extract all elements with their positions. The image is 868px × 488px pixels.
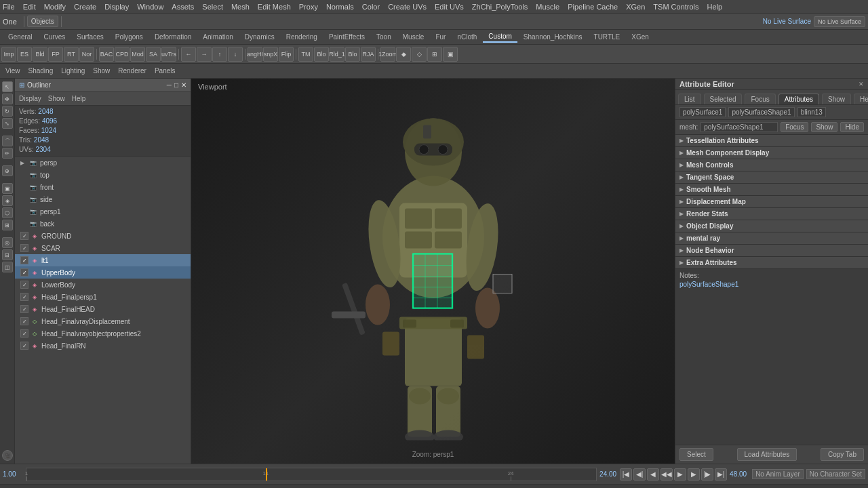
mode-polygons[interactable]: Polygons [110, 32, 149, 42]
section-header[interactable]: ▶ Tangent Space [675, 171, 868, 183]
attr-show-btn[interactable]: Show [811, 122, 837, 132]
tool-down[interactable]: ↓ [228, 47, 243, 62]
mode-surfaces[interactable]: Surfaces [71, 32, 108, 42]
outliner-close[interactable]: ✕ [181, 81, 186, 89]
tool-rld1[interactable]: Rld_1 [330, 47, 344, 62]
section-header[interactable]: ▶ Tessellation Attributes [675, 135, 868, 146]
mode-general[interactable]: General [3, 32, 38, 42]
section-header[interactable]: ▶ Mesh Controls [675, 159, 868, 171]
goto-end-btn[interactable]: ▶| [715, 468, 727, 481]
mode-custom[interactable]: Custom [483, 31, 517, 43]
tool-cpd[interactable]: CPD [115, 47, 130, 62]
menu-window[interactable]: Window [137, 3, 163, 11]
tool-right[interactable]: → [197, 47, 212, 62]
visibility-check[interactable]: ✓ [20, 329, 28, 338]
tool-extra3[interactable]: ⊞ [427, 47, 442, 62]
menu-pipeline[interactable]: Pipeline Cache [568, 3, 618, 11]
outliner-display-menu[interactable]: Display [19, 95, 41, 102]
mode-xgen[interactable]: XGen [626, 32, 654, 42]
menu-file[interactable]: File [3, 3, 15, 11]
outliner-item-lt1[interactable]: ✓ ◈ lt1 [15, 254, 191, 266]
play-btn[interactable]: ▶ [674, 468, 686, 481]
outliner-item-persp1[interactable]: 📷 persp1 [15, 205, 191, 218]
tool14[interactable]: ⊟ [2, 249, 13, 260]
goto-start-btn[interactable]: |◀ [620, 468, 632, 481]
prev-frame-btn[interactable]: ◀ [647, 468, 659, 481]
section-header[interactable]: ▶ Mesh Component Display [675, 147, 868, 159]
mode-ncloth[interactable]: nCloth [452, 32, 482, 42]
mode-muscle[interactable]: Muscle [397, 32, 430, 42]
menu-create[interactable]: Create [74, 3, 96, 11]
tool-extra2[interactable]: ◇ [412, 47, 427, 62]
outliner-item-side[interactable]: 📷 side [15, 193, 191, 205]
menu-normals[interactable]: Normals [326, 3, 354, 11]
copy-tab-button[interactable]: Copy Tab [821, 448, 864, 461]
attr-mesh-value[interactable]: polySurfaceShape1 [701, 122, 778, 132]
mode-shannon[interactable]: Shannon_Hochkins [518, 32, 588, 42]
outliner-item-ground[interactable]: ✓ ◈ GROUND [15, 230, 191, 242]
visibility-check[interactable]: ✓ [20, 342, 28, 350]
tool-up[interactable]: ↑ [212, 47, 227, 62]
tool11[interactable]: ⬡ [2, 207, 13, 218]
paint-tool[interactable]: ✏ [2, 148, 13, 159]
outliner-item-top[interactable]: 📷 top [15, 169, 191, 181]
menu-select[interactable]: Select [202, 3, 223, 11]
timeline-track[interactable]: 1 11 24 [26, 468, 597, 481]
mode-dynamics[interactable]: Dynamics [239, 32, 280, 42]
renderer-tab[interactable]: Renderer [115, 66, 149, 76]
visibility-check[interactable]: ✓ [20, 256, 28, 264]
outliner-item-lowerbody[interactable]: ✓ ◈ LowerBody [15, 279, 191, 291]
tool12[interactable]: ⊞ [2, 220, 13, 230]
move-tool[interactable]: ✥ [2, 94, 13, 104]
tool-uvtrs[interactable]: uvTrs [161, 47, 176, 62]
attr-tab-list[interactable]: List [678, 94, 701, 104]
section-header[interactable]: ▶ Displacement Map [675, 196, 868, 207]
menu-help[interactable]: Help [707, 3, 723, 11]
lasso-tool[interactable]: ⌒ [2, 136, 13, 146]
prev-key-btn[interactable]: ◀| [633, 468, 646, 481]
show-tab[interactable]: Show [90, 66, 113, 76]
attr-tab-selected[interactable]: Selected [704, 94, 743, 104]
attr-tab-help[interactable]: Help [854, 94, 868, 104]
mode-deformation[interactable]: Deformation [149, 32, 197, 42]
tool-extra1[interactable]: ◆ [396, 47, 411, 62]
tool-1zoom[interactable]: 1Zoom [380, 47, 395, 62]
tool9[interactable]: ▣ [2, 183, 13, 194]
tool-nor[interactable]: Nor [79, 47, 94, 62]
outliner-item-front[interactable]: 📷 front [15, 181, 191, 193]
section-header[interactable]: ▶ Render Stats [675, 208, 868, 220]
menu-tsmcontrols[interactable]: TSM Controls [653, 3, 698, 11]
outliner-item-upperbody[interactable]: ✓ ◈ UpperBody [15, 266, 191, 279]
menu-mesh[interactable]: Mesh [231, 3, 250, 11]
viewport-panel[interactable]: Viewport [191, 79, 675, 464]
visibility-check[interactable]: ✓ [20, 293, 28, 301]
tool-extra4[interactable]: ▣ [443, 47, 458, 62]
tool10[interactable]: ◈ [2, 195, 13, 206]
rotate-tool[interactable]: ↻ [2, 106, 13, 117]
visibility-check[interactable]: ✓ [20, 232, 28, 240]
menu-modify[interactable]: Modify [44, 3, 66, 11]
lighting-tab[interactable]: Lighting [58, 66, 87, 76]
section-header[interactable]: ▶ Object Display [675, 220, 868, 232]
tool15[interactable]: ◫ [2, 262, 13, 272]
outliner-item-headfinalrn[interactable]: ✓ ◈ Head_FinalRN [15, 340, 191, 352]
outliner-item-persp[interactable]: ▶ 📷 persp [15, 157, 191, 169]
tool-sa[interactable]: SA [146, 47, 161, 62]
attr-close-icon[interactable]: ✕ [859, 81, 864, 87]
menu-muscle[interactable]: Muscle [536, 3, 559, 11]
visibility-check[interactable]: ✓ [20, 244, 28, 252]
tool-blo2[interactable]: Blo [345, 47, 360, 62]
anim-layer[interactable]: No Anim Layer [752, 469, 804, 479]
mode-painteffects[interactable]: PaintEffects [323, 32, 370, 42]
next-key-btn[interactable]: |▶ [701, 468, 713, 481]
outliner-show-menu[interactable]: Show [48, 95, 65, 102]
outliner-maximize[interactable]: □ [174, 81, 178, 89]
tool-bld[interactable]: Bld [33, 47, 47, 62]
mode-fur[interactable]: Fur [430, 32, 451, 42]
section-header[interactable]: ▶ Node Behavior [675, 245, 868, 256]
menu-proxy[interactable]: Proxy [299, 3, 318, 11]
outliner-item-headvrayobj[interactable]: ✓ ◇ Head_Finalvrayobjectproperties2 [15, 327, 191, 340]
tool-es[interactable]: ES [17, 47, 32, 62]
attr-focus-btn[interactable]: Focus [781, 122, 808, 132]
play-back-btn[interactable]: ◀◀ [660, 468, 673, 481]
